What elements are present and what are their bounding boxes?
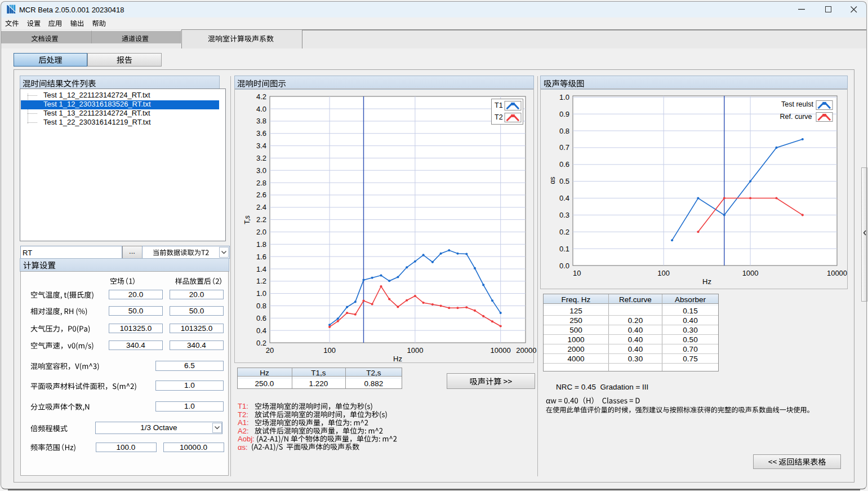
svg-text:0.2: 0.2: [256, 339, 266, 347]
svg-text:10000: 10000: [491, 346, 511, 355]
svg-text:2.4: 2.4: [256, 203, 266, 211]
svg-text:0.8: 0.8: [256, 302, 266, 310]
svg-text:10: 10: [573, 269, 581, 277]
svg-text:0.1: 0.1: [559, 245, 569, 253]
svg-text:Hz: Hz: [702, 277, 711, 286]
svg-text:100: 100: [657, 269, 670, 277]
svg-text:1.4: 1.4: [256, 265, 266, 273]
svg-text:1.0: 1.0: [559, 93, 569, 101]
svg-text:20: 20: [266, 346, 274, 355]
svg-text:0.8: 0.8: [559, 127, 569, 135]
svg-text:T2: T2: [495, 113, 503, 121]
svg-text:2.8: 2.8: [256, 179, 266, 187]
svg-text:0.5: 0.5: [559, 177, 569, 185]
svg-text:T1: T1: [495, 101, 503, 109]
svg-text:0.6: 0.6: [559, 160, 569, 169]
svg-text:1000: 1000: [407, 346, 423, 355]
svg-text:3.0: 3.0: [256, 166, 266, 175]
svg-text:1000: 1000: [742, 269, 759, 277]
svg-text:0.7: 0.7: [559, 143, 569, 152]
svg-text:0.9: 0.9: [559, 110, 569, 118]
svg-text:3.8: 3.8: [256, 117, 266, 125]
svg-text:0.4: 0.4: [256, 326, 266, 335]
svg-text:Test reulst: Test reulst: [781, 100, 813, 108]
svg-text:1.6: 1.6: [256, 253, 266, 261]
svg-text:1.2: 1.2: [256, 277, 266, 285]
svg-text:2.2: 2.2: [256, 215, 266, 224]
svg-text:Hz: Hz: [393, 355, 402, 363]
svg-text:1.8: 1.8: [256, 240, 266, 249]
svg-text:2.6: 2.6: [256, 191, 266, 199]
svg-text:3.4: 3.4: [256, 141, 266, 150]
svg-text:0.6: 0.6: [256, 314, 266, 322]
svg-text:4.0: 4.0: [256, 105, 266, 113]
svg-text:3.6: 3.6: [256, 129, 266, 138]
svg-text:10000: 10000: [827, 269, 847, 277]
svg-text:0.2: 0.2: [559, 228, 569, 236]
svg-text:2.0: 2.0: [256, 228, 266, 236]
svg-text:3.2: 3.2: [256, 154, 266, 162]
svg-text:αs: αs: [549, 177, 557, 184]
svg-text:100: 100: [323, 346, 336, 355]
svg-text:20000: 20000: [516, 346, 536, 355]
svg-text:T,s: T,s: [243, 215, 251, 224]
svg-text:0.4: 0.4: [559, 194, 569, 202]
svg-text:4.2: 4.2: [256, 92, 266, 101]
svg-text:1.0: 1.0: [256, 289, 266, 298]
svg-text:Ref. curve: Ref. curve: [780, 113, 812, 121]
svg-text:0.3: 0.3: [559, 211, 569, 219]
svg-text:0.0: 0.0: [559, 262, 569, 270]
